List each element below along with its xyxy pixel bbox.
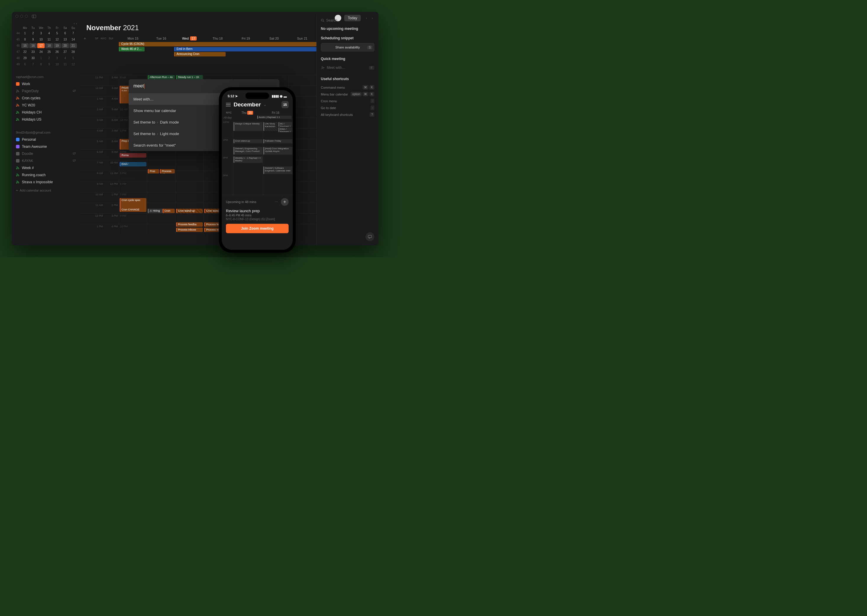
mini-cal-day[interactable]: 27 <box>61 49 69 54</box>
mini-cal-day[interactable]: 29 <box>21 56 29 61</box>
mini-cal-day[interactable]: 15 <box>21 43 29 48</box>
shortcut-row[interactable]: Cron menu· <box>321 97 374 104</box>
mini-cal-day[interactable]: 13 <box>61 37 69 42</box>
mini-cal-day[interactable]: 21 <box>69 43 77 48</box>
mini-cal-day[interactable]: 3 <box>37 31 45 36</box>
mini-cal-day[interactable]: 18 <box>45 43 53 48</box>
mini-cal-day[interactable]: 1 <box>21 31 29 36</box>
calendar-item[interactable]: PagerDuty <box>16 88 77 94</box>
shortcut-row[interactable]: Command menu⌘K <box>321 84 374 91</box>
calendar-event[interactable]: Cron <box>163 209 175 213</box>
phone-event[interactable]: Follower Friday <box>263 139 293 143</box>
more-icon[interactable]: ⋯ <box>275 200 278 204</box>
calendar-item[interactable]: Cron cycles <box>16 94 77 102</box>
mini-cal-day[interactable]: 28 <box>69 49 77 54</box>
meet-with-button[interactable]: Meet with…F <box>321 64 374 72</box>
calendar-item[interactable]: Doodle <box>16 150 77 157</box>
mini-cal-day[interactable]: 23 <box>29 49 37 54</box>
shortcut-row[interactable]: Menu bar calendaroption⌘K <box>321 91 374 97</box>
mini-cal-day[interactable]: 2 <box>29 31 37 36</box>
mini-cal-day[interactable]: 5 <box>53 31 61 36</box>
calendar-event[interactable]: Proc <box>148 169 159 173</box>
mini-cal-day[interactable]: 25 <box>45 49 53 54</box>
calendar-item[interactable]: KAYAK <box>16 157 77 164</box>
add-event-icon[interactable]: + <box>80 36 89 41</box>
mini-prev-icon[interactable]: ‹ <box>74 22 74 25</box>
mini-cal-day[interactable]: 10 <box>53 62 61 67</box>
calendar-item[interactable]: Week # <box>16 164 77 171</box>
chevron-down-icon[interactable]: ⌄ <box>264 103 266 107</box>
close-dot[interactable] <box>16 15 18 18</box>
add-event-button[interactable]: + <box>281 198 289 206</box>
mini-cal-day[interactable]: 22 <box>21 49 29 54</box>
mini-cal-day[interactable]: 6 <box>21 62 29 67</box>
calendar-item[interactable]: Team Awesome <box>16 143 77 150</box>
calendar-item[interactable]: Strava x Impossible <box>16 179 77 185</box>
mini-cal-day[interactable]: 14 <box>69 37 77 42</box>
phone-event[interactable]: Life Story Karlström <box>263 122 278 131</box>
search-input[interactable]: Search <box>321 17 374 27</box>
mini-cal-day[interactable]: 26 <box>53 49 61 54</box>
shortcut-row[interactable]: All keyboard shortcuts? <box>321 111 374 118</box>
calendar-item[interactable]: YC W20 <box>16 102 77 109</box>
phone-event[interactable]: Debrief | Software Engineer, Calendar In… <box>263 167 293 174</box>
calendar-event[interactable]: Cron stand-up <box>176 209 203 213</box>
calendar-event[interactable]: Emil / <box>120 162 146 167</box>
mini-cal-day[interactable]: 6 <box>61 31 69 36</box>
mini-cal-day[interactable]: 5 <box>69 56 77 61</box>
mini-cal-day[interactable]: 12 <box>53 37 61 42</box>
mini-cal-day[interactable]: 11 <box>61 62 69 67</box>
phone-event[interactable]: Ellen / Raphael 1 <box>279 127 293 132</box>
calendar-item[interactable]: Holidays US <box>16 116 77 123</box>
allday-event[interactable]: Week 46 of 2… <box>119 47 145 52</box>
phone-grid[interactable]: 12PM1PM2PM3PM Design Critique WeeklyCron… <box>222 121 293 195</box>
mini-cal-day[interactable]: 7 <box>69 31 77 36</box>
minimize-dot[interactable] <box>20 15 23 18</box>
mini-cal-day[interactable]: 4 <box>45 31 53 36</box>
menu-icon[interactable] <box>226 103 231 107</box>
mini-cal-day[interactable]: 17 <box>37 43 45 48</box>
sidebar-toggle-icon[interactable] <box>32 15 36 18</box>
mini-cal-day[interactable]: 24 <box>37 49 45 54</box>
mini-cal-day[interactable]: 7 <box>29 62 37 67</box>
phone-event[interactable]: Cron stand-up <box>234 139 263 143</box>
mini-cal-day[interactable]: 9 <box>29 37 37 42</box>
mini-cal-day[interactable]: 8 <box>37 62 45 67</box>
share-availability-button[interactable]: Share availabilityS <box>321 43 374 52</box>
visibility-toggle-icon[interactable] <box>72 89 76 93</box>
mini-cal-day[interactable]: 4 <box>61 56 69 61</box>
chat-icon[interactable] <box>365 233 374 241</box>
allday-event[interactable]: Announcing Cron <box>174 52 226 57</box>
allday-event[interactable]: Emil in Bern <box>174 47 316 52</box>
mini-cal-day[interactable]: 10 <box>37 37 45 42</box>
date-badge[interactable]: 15 <box>282 101 289 108</box>
visibility-toggle-icon[interactable] <box>72 152 76 156</box>
calendar-event[interactable]: Process inboxe <box>160 169 175 173</box>
mini-calendar[interactable]: MoTuWeThFrSaSu 4412345674589101112131446… <box>16 26 77 68</box>
calendar-event[interactable]: Roma <box>120 153 146 157</box>
join-zoom-button[interactable]: Join Zoom meeting <box>226 224 289 233</box>
mini-cal-day[interactable]: 2 <box>45 56 53 61</box>
calendar-item[interactable]: Work <box>16 80 77 88</box>
mini-next-icon[interactable]: › <box>76 22 77 25</box>
mini-cal-day[interactable]: 9 <box>45 62 53 67</box>
mini-cal-day[interactable]: 12 <box>69 62 77 67</box>
phone-event[interactable]: Debrief | Engineering Manager, Core Prod… <box>234 147 263 155</box>
zoom-dot[interactable] <box>25 15 28 18</box>
phone-month[interactable]: December <box>234 101 261 108</box>
visibility-toggle-icon[interactable] <box>72 159 76 163</box>
mini-cal-day[interactable]: 30 <box>29 56 37 61</box>
mini-cal-day[interactable]: 19 <box>53 43 61 48</box>
mini-cal-day[interactable]: 11 <box>45 37 53 42</box>
mini-cal-day[interactable]: 1 <box>37 56 45 61</box>
calendar-item[interactable]: Holidays CH <box>16 109 77 116</box>
calendar-item[interactable]: Personal <box>16 136 77 143</box>
calendar-event[interactable]: Process feedba <box>176 222 203 227</box>
phone-event[interactable]: [Hold] Cron Integration Update Async <box>263 147 293 155</box>
mini-cal-day[interactable]: 16 <box>29 43 37 48</box>
add-account-button[interactable]: +Add calendar account <box>16 185 77 195</box>
shortcut-row[interactable]: Go to date· <box>321 104 374 111</box>
phone-event[interactable]: MJ / Raphael 1 <box>279 122 293 127</box>
allday-event[interactable]: Austin | Raphael 1:1 <box>257 116 291 119</box>
mini-cal-day[interactable]: 20 <box>61 43 69 48</box>
